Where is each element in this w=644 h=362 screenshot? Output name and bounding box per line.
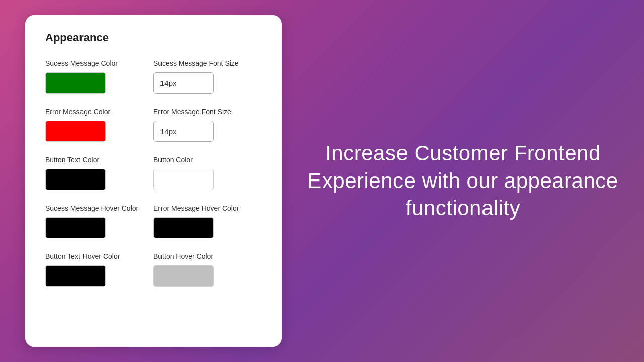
success-font-size-input[interactable] xyxy=(153,72,214,94)
button-text-hover-label: Button Text Hover Color xyxy=(45,252,153,260)
success-hover-swatch[interactable] xyxy=(45,217,106,238)
error-color-label: Error Message Color xyxy=(45,108,153,116)
error-color-swatch[interactable] xyxy=(45,121,106,142)
error-font-size-label: Error Message Font Size xyxy=(153,108,262,116)
button-hover-label: Button Hover Color xyxy=(153,252,262,260)
button-text-color-swatch[interactable] xyxy=(45,169,106,190)
button-text-color-label: Button Text Color xyxy=(45,156,153,164)
error-hover-swatch[interactable] xyxy=(153,217,214,238)
error-hover-label: Error Message Hover Color xyxy=(153,204,262,212)
button-text-hover-swatch[interactable] xyxy=(45,265,106,287)
success-color-swatch[interactable] xyxy=(45,72,106,94)
appearance-panel: Appearance Sucess Message Color Sucess M… xyxy=(25,15,282,347)
button-color-swatch[interactable] xyxy=(153,169,214,190)
panel-title: Appearance xyxy=(45,31,262,44)
button-color-label: Button Color xyxy=(153,156,262,164)
success-font-size-label: Sucess Message Font Size xyxy=(153,59,262,67)
error-font-size-input[interactable] xyxy=(153,121,214,142)
hero-panel: Increase Customer Frontend Experience wi… xyxy=(282,120,644,242)
hero-text: Increase Customer Frontend Experience wi… xyxy=(302,140,624,222)
button-hover-swatch[interactable] xyxy=(153,265,214,287)
success-color-label: Sucess Message Color xyxy=(45,59,153,67)
success-hover-label: Sucess Message Hover Color xyxy=(45,204,153,212)
